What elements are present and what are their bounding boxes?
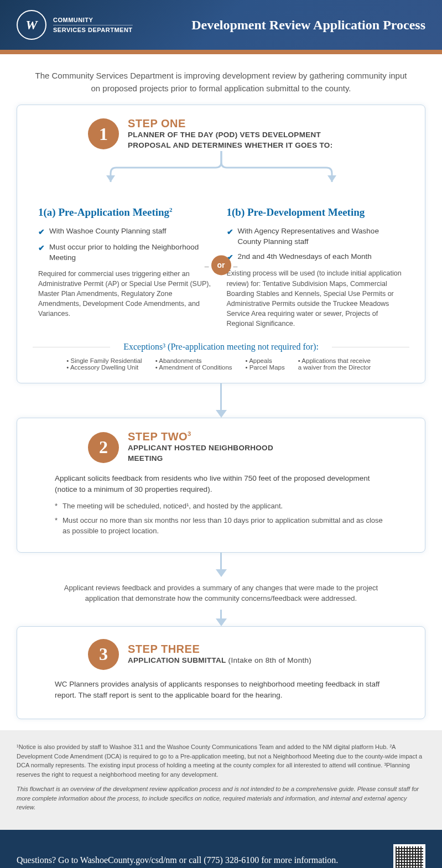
exc-col: Abandonments Amendment of Conditions [155,357,232,371]
exc-item: Abandonments [155,357,232,364]
check-icon: ✔ [38,243,45,254]
or-badge-icon: or [211,256,231,276]
step-two-box: 2 STEP TWO3 APPLICANT HOSTED NEIGHBORHOO… [17,418,425,553]
step-one-header: 1 STEP ONE PLANNER OF THE DAY (POD) VETS… [33,117,409,151]
check-item: ✔Must occur prior to holding the Neighbo… [38,242,216,263]
footnotes: ¹Notice is also provided by staff to Was… [0,730,442,830]
branch-b-title: 1(b) Pre-Development Meeting [227,206,404,219]
exc-col: Appeals Parcel Maps [246,357,285,371]
step-two-body: Applicant solicits feedback from residen… [55,473,387,496]
intro-text: The Community Services Department is imp… [0,54,442,105]
check-item: ✔With Washoe County Planning staff [38,226,216,238]
dept-line2: SERVICES DEPARTMENT [53,25,133,34]
step-three-body: WC Planners provides analysis of applica… [55,679,387,701]
header: W COMMUNITY SERVICES DEPARTMENT Developm… [0,0,442,50]
exc-item: Single Family Residential [66,357,142,364]
check-item: ✔2nd and 4th Wednesdays of each Month [227,252,404,263]
branch-b-desc: Existing process will be used (to includ… [227,268,404,329]
footnote-1: ¹Notice is also provided by staff to Was… [17,742,425,779]
arrow-down-icon [17,553,425,577]
branches: 1(a) Pre-Application Meeting2 ✔With Wash… [33,206,409,329]
accent-bar [0,50,442,54]
branch-a-desc: Required for commercial uses triggering … [38,269,216,319]
county-seal-icon: W [17,10,46,40]
seal-letter: W [25,18,37,33]
exc-col: Single Family Residential Accessory Dwel… [66,357,142,371]
exc-col: Applications that receive a waiver from … [298,357,376,371]
branch-a: 1(a) Pre-Application Meeting2 ✔With Wash… [33,206,221,329]
footer: Questions? Go to WashoeCounty.gov/csd/nm… [0,830,442,868]
footer-text: Questions? Go to WashoeCounty.gov/csd/nm… [17,855,338,865]
exc-item: Applications that receive a waiver from … [298,357,376,371]
check-icon: ✔ [227,227,233,238]
exc-item: Appeals [246,357,285,364]
step-two-header: 2 STEP TWO3 APPLICANT HOSTED NEIGHBORHOO… [33,430,409,464]
step-two-number-icon: 2 [88,432,119,463]
arrow-down-icon [17,610,425,626]
check-item: ✔With Agency Representatives and Washoe … [227,226,404,247]
exc-item: Amendment of Conditions [155,364,232,371]
svg-marker-0 [106,175,115,182]
exc-item: Parcel Maps [246,364,285,371]
exceptions-grid: Single Family Residential Accessory Dwel… [33,357,409,371]
branch-arrows-icon [44,151,398,190]
department-name: COMMUNITY SERVICES DEPARTMENT [53,16,133,34]
qr-code-icon [393,844,425,868]
step-three-number-icon: 3 [88,639,119,670]
step-one-title: STEP ONE [128,117,338,130]
svg-marker-1 [327,175,336,182]
step-two-title: STEP TWO3 [128,430,305,443]
branch-a-title: 1(a) Pre-Application Meeting2 [38,206,216,219]
check-icon: ✔ [38,227,45,238]
step-one-box: 1 STEP ONE PLANNER OF THE DAY (POD) VETS… [17,105,425,383]
step-three-subtitle: APPLICATION SUBMITTAL (Intake on 8th of … [128,656,311,666]
step-three-header: 3 STEP THREE APPLICATION SUBMITTAL (Inta… [33,639,409,670]
flow-container: 1 STEP ONE PLANNER OF THE DAY (POD) VETS… [0,105,442,730]
logo-group: W COMMUNITY SERVICES DEPARTMENT [17,10,133,40]
arrow-down-icon [17,383,425,418]
footnote-2: This flowchart is an overview of the dev… [17,784,425,812]
interstitial-text: Applicant reviews feedback and provides … [17,577,425,610]
dept-line1: COMMUNITY [53,16,133,24]
step-three-box: 3 STEP THREE APPLICATION SUBMITTAL (Inta… [17,626,425,720]
step-one-subtitle: PLANNER OF THE DAY (POD) VETS DEVELOPMEN… [128,130,338,151]
step-one-number-icon: 1 [88,118,119,149]
star-item: Must occur no more than six months nor l… [55,515,387,537]
step-two-subtitle: APPLICANT HOSTED NEIGHBORHOOD MEETING [128,443,305,464]
star-item: The meeting will be scheduled, noticed¹,… [55,501,387,512]
step-three-title: STEP THREE [128,643,311,656]
exceptions-title: Exceptions³ (Pre-application meeting not… [33,342,409,352]
exceptions: Exceptions³ (Pre-application meeting not… [33,342,409,371]
page-title: Development Review Application Process [191,18,425,33]
exc-item: Accessory Dwelling Unit [66,364,142,371]
branch-b: 1(b) Pre-Development Meeting ✔With Agenc… [221,206,410,329]
